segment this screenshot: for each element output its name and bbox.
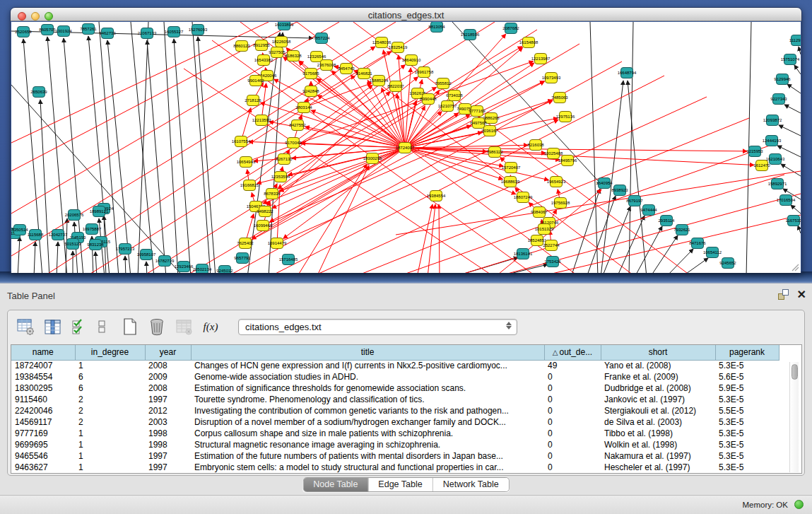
citation-edge-black[interactable]	[18, 237, 20, 273]
function-builder-icon[interactable]: f(x)	[201, 317, 220, 336]
citation-edge-black[interactable]	[681, 258, 708, 273]
column-header-out-de-[interactable]: △out_de...	[544, 345, 601, 360]
table-cell[interactable]: Embryonic stem cells: a model to study s…	[191, 462, 544, 473]
table-cell[interactable]: Tourette syndrome. Phenomenology and cla…	[191, 394, 544, 405]
citation-edge-black[interactable]	[138, 22, 148, 273]
citation-edge-red[interactable]	[265, 92, 390, 211]
citation-edge-black[interactable]	[34, 242, 35, 273]
table-cell[interactable]: 1	[75, 450, 145, 462]
import-table-icon[interactable]	[175, 317, 193, 336]
table-row[interactable]: 2242004622012Investigating the contribut…	[11, 405, 779, 416]
table-cell[interactable]: de Silva et al. (2003)	[601, 416, 715, 428]
select-columns-icon[interactable]	[70, 317, 88, 336]
table-cell[interactable]: 0	[544, 382, 601, 394]
table-cell[interactable]: 5.3E-5	[715, 394, 779, 405]
table-cell[interactable]: 6	[75, 382, 145, 394]
table-cell[interactable]: Structural magnetic resonance image aver…	[191, 439, 544, 450]
table-cell[interactable]: 5.6E-5	[715, 371, 779, 382]
citation-edge-black[interactable]	[164, 22, 178, 273]
table-cell[interactable]: Investigating the contribution of common…	[191, 405, 544, 416]
column-header-in-degree[interactable]: in_degree	[75, 345, 145, 360]
scrollbar-thumb[interactable]	[792, 364, 798, 380]
table-cell[interactable]: Dudbridge et al. (2008)	[601, 382, 715, 394]
citation-edge-red[interactable]	[11, 22, 396, 256]
citation-edge-black[interactable]	[666, 249, 693, 273]
citation-edge-black[interactable]	[629, 22, 633, 273]
table-cell[interactable]: 1998	[145, 428, 191, 439]
table-cell[interactable]: 5.9E-5	[715, 382, 779, 394]
table-cell[interactable]: 0	[544, 416, 601, 428]
table-cell[interactable]: 5.3E-5	[715, 462, 779, 473]
table-cell[interactable]: 2008	[145, 360, 191, 371]
row-height-icon[interactable]	[97, 317, 107, 336]
table-row[interactable]: 911546021997Tourette syndrome. Phenomeno…	[11, 394, 779, 405]
citation-edge-red[interactable]	[428, 204, 435, 273]
table-cell[interactable]: 2	[75, 394, 145, 405]
table-cell[interactable]: 9777169	[11, 428, 75, 439]
table-cell[interactable]: 0	[544, 428, 601, 439]
citation-edge-black[interactable]	[125, 256, 126, 273]
citation-edge-red[interactable]	[439, 204, 440, 273]
table-cell[interactable]: 18724007	[11, 360, 75, 371]
table-cell[interactable]: Changes of HCN gene expression and I(f) …	[191, 360, 544, 371]
canvas-resize-grip[interactable]	[791, 263, 799, 271]
table-cell[interactable]: Estimation of the future numbers of pati…	[191, 450, 544, 462]
table-cell[interactable]: 0	[544, 450, 601, 462]
table-cell[interactable]: Franke et al. (2009)	[601, 371, 715, 382]
table-cell[interactable]: 5.3E-5	[715, 439, 779, 450]
table-vertical-scrollbar[interactable]	[789, 362, 799, 472]
table-cell[interactable]: 5.3E-5	[715, 428, 779, 439]
citation-edge-red[interactable]	[417, 204, 433, 273]
table-cell[interactable]: 2012	[145, 405, 191, 416]
citation-edge-black[interactable]	[602, 206, 630, 273]
show-columns-icon[interactable]	[43, 317, 61, 336]
window-titlebar[interactable]: citations_edges.txt	[11, 8, 801, 21]
table-row[interactable]: 1872400712008Changes of HCN gene express…	[11, 360, 779, 371]
table-cell[interactable]: Genome-wide association studies in ADHD.	[191, 371, 544, 382]
citation-edge-black[interactable]	[798, 226, 801, 233]
close-panel-icon[interactable]: ✕	[797, 290, 806, 300]
network-select-dropdown[interactable]: citations_edges.txt	[238, 319, 517, 335]
create-table-icon[interactable]	[121, 317, 139, 336]
table-row[interactable]: 1938455462009Genome-wide association stu…	[11, 371, 779, 382]
column-header-short[interactable]: short	[601, 345, 715, 360]
table-cell[interactable]: 1	[75, 360, 145, 371]
table-cell[interactable]: 0	[544, 394, 601, 405]
table-cell[interactable]: 1	[75, 428, 145, 439]
table-cell[interactable]: 1	[75, 439, 145, 450]
table-cell[interactable]: 5.3E-5	[715, 360, 779, 371]
citation-edge-black[interactable]	[99, 22, 119, 273]
citation-edge-black[interactable]	[174, 39, 191, 273]
citation-edge-black[interactable]	[269, 33, 283, 273]
citation-edge-red[interactable]	[301, 143, 405, 148]
citation-edge-red[interactable]	[405, 148, 754, 165]
citation-edge-black[interactable]	[794, 65, 801, 74]
table-cell[interactable]: 0	[544, 462, 601, 473]
table-cell[interactable]: 0	[544, 371, 601, 382]
table-cell[interactable]: 9463627	[11, 462, 75, 473]
table-row[interactable]: 977716911998Corpus callosum shape and si…	[11, 428, 779, 439]
table-cell[interactable]: 5.3E-5	[715, 450, 779, 462]
citation-edge-black[interactable]	[787, 84, 801, 93]
table-cell[interactable]: 22420046	[11, 405, 75, 416]
citation-edge-black[interactable]	[784, 105, 801, 113]
table-row[interactable]: 969969511998Structural magnetic resonanc…	[11, 439, 779, 450]
table-cell[interactable]: 18300295	[11, 382, 75, 394]
table-cell[interactable]: 9699695	[11, 439, 75, 450]
citation-edge-black[interactable]	[147, 40, 166, 273]
network-view-window[interactable]: citations_edges.txt 18724007886012389129…	[10, 7, 802, 273]
tab-network-table[interactable]: Network Table	[433, 478, 509, 491]
table-cell[interactable]: 5.3E-5	[715, 416, 779, 428]
table-cell[interactable]: Nakamura et al. (1997)	[601, 450, 715, 462]
table-cell[interactable]: Hescheler et al. (1997)	[601, 462, 715, 473]
table-cell[interactable]: 1997	[145, 462, 191, 473]
table-cell[interactable]: 1998	[145, 439, 191, 450]
citation-edge-black[interactable]	[107, 40, 131, 273]
citation-edge-black[interactable]	[131, 22, 154, 273]
table-row[interactable]: 946362711997Embryonic stem cells: a mode…	[11, 462, 779, 473]
table-cell[interactable]: 9465546	[11, 450, 75, 462]
citation-edge-black[interactable]	[779, 125, 801, 136]
table-cell[interactable]: Estimation of significance thresholds fo…	[191, 382, 544, 394]
table-cell[interactable]: Corpus callosum shape and size in male p…	[191, 428, 544, 439]
column-header-pagerank[interactable]: pagerank	[715, 345, 779, 360]
